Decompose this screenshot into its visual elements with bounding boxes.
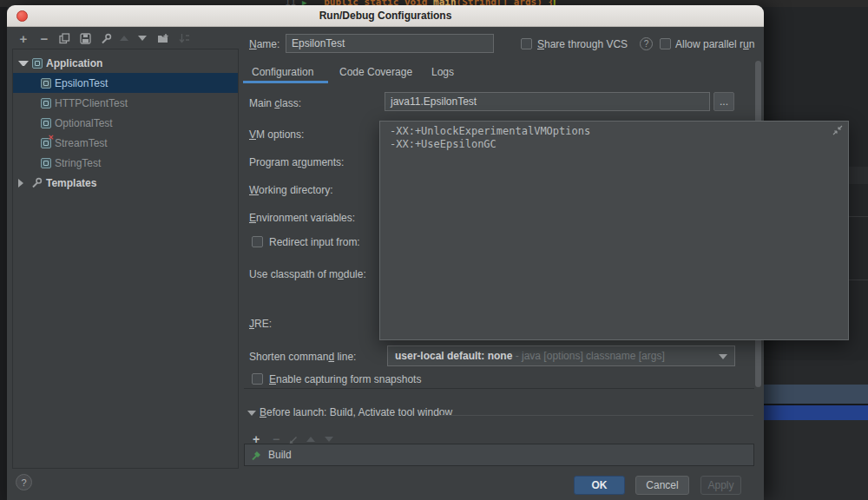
tree-group-application[interactable]: Application [13,53,238,73]
build-hammer-icon [251,449,263,461]
share-vcs-checkbox[interactable] [521,38,532,49]
ok-button[interactable]: OK [574,476,625,495]
application-icon [41,98,51,109]
application-icon [32,58,43,69]
templates-wrench-icon [31,177,43,188]
application-broken-icon: ✕ [41,138,51,148]
save-configuration-button[interactable] [77,30,93,46]
capture-snapshots-label: Enable capturing form snapshots [269,373,421,385]
background-blue-row [762,405,868,420]
shorten-command-line-dropdown[interactable]: user-local default: none - java [options… [387,345,735,366]
main-class-label: Main class: [249,97,301,109]
tree-item-httpclienttest[interactable]: HTTPClientTest [13,93,238,113]
application-icon [41,118,51,128]
capture-snapshots-checkbox[interactable] [252,373,263,385]
apply-button[interactable]: Apply [700,476,741,495]
shorten-command-line-label: Shorten command line: [249,351,356,363]
active-tab-indicator [243,81,328,83]
allow-parallel-label: Allow parallel run [675,38,754,50]
tree-item-label: OptionalTest [55,117,113,129]
name-input[interactable] [286,34,494,53]
background-bottom [762,420,868,500]
tree-group-label: Application [46,57,102,69]
collapsed-twisty-icon[interactable] [18,179,29,188]
tree-item-streamtest[interactable]: ✕ StreamTest [13,133,238,153]
vcs-help-icon[interactable]: ? [640,37,653,50]
tab-configuration[interactable]: Configuration [252,66,313,78]
before-launch-label: Before launch: Build, Activate tool wind… [260,406,452,418]
dropdown-value: user-local default: none [395,350,512,362]
before-launch-twisty-icon[interactable] [247,411,256,416]
vm-option-line: -XX:+UseEpsilonGC [390,138,590,151]
main-class-field[interactable]: java11.EpsilonTest [385,92,710,111]
tree-item-epsilontest[interactable]: EpsilonTest [13,73,238,93]
sort-configurations-button[interactable] [176,30,192,46]
task-label: Build [268,449,292,461]
add-configuration-button[interactable]: + [16,30,31,46]
screen: 11 ▶ public static void main(String[] ar… [0,0,868,500]
before-launch-separator [439,415,753,416]
application-icon [41,78,51,89]
background-row [762,360,868,385]
copy-configuration-button[interactable] [56,30,72,46]
help-button[interactable]: ? [16,474,32,490]
collapse-icon[interactable] [832,125,843,135]
tree-item-label: StringTest [55,157,101,169]
tree-group-label: Templates [46,177,96,189]
arrow-up-icon [306,437,315,442]
dialog-title: Run/Debug Configurations [7,10,764,22]
remove-configuration-button[interactable]: − [36,30,52,46]
edit-templates-button[interactable] [98,30,114,46]
configurations-tree: Application EpsilonTest HTTPClientTest O… [12,49,239,469]
error-badge-icon: ✕ [48,134,54,141]
tree-item-stringtest[interactable]: StringTest [13,153,238,173]
form-bottom-separator [244,388,754,389]
dropdown-hint: - java [options] classname [args] [512,350,664,362]
allow-parallel-checkbox[interactable] [660,38,671,49]
vm-options-text[interactable]: -XX:+UnlockExperimentalVMOptions -XX:+Us… [390,125,590,151]
expanded-twisty-icon[interactable] [18,61,29,66]
tab-code-coverage[interactable]: Code Coverage [339,66,412,78]
vm-options-label: VM options: [249,128,304,141]
program-arguments-label: Program arguments: [249,156,344,168]
background-left-strip [0,7,7,500]
tree-group-templates[interactable]: Templates [13,173,238,193]
redirect-input-label: Redirect input from: [269,236,360,248]
name-label: Name: [249,38,279,50]
browse-main-class-button[interactable]: ... [713,92,734,111]
application-icon [41,158,51,168]
tree-item-label: EpsilonTest [55,77,108,89]
share-vcs-label: Share through VCS [537,38,628,50]
environment-variables-label: Environment variables: [249,212,355,224]
copy-icon [59,33,70,44]
chevron-down-icon [719,354,727,359]
arrow-up-icon [120,36,128,41]
sort-az-icon [179,33,190,44]
dialog-titlebar: Run/Debug Configurations [7,5,764,27]
save-icon [80,33,91,44]
pencil-icon [289,435,299,444]
working-directory-label: Working directory: [249,184,332,196]
vm-option-line: -XX:+UnlockExperimentalVMOptions [390,125,590,138]
jre-label: JRE: [249,318,272,330]
tree-item-label: HTTPClientTest [55,97,128,109]
arrow-down-icon [138,36,147,41]
create-folder-button[interactable] [155,30,171,46]
move-up-button[interactable] [116,30,132,46]
before-launch-task-build[interactable]: Build [244,444,754,466]
move-down-button[interactable] [135,30,150,46]
wrench-icon [101,33,112,44]
vm-options-expanded-editor[interactable]: -XX:+UnlockExperimentalVMOptions -XX:+Us… [379,121,849,340]
tab-logs[interactable]: Logs [431,66,454,78]
new-folder-icon [157,33,169,44]
use-classpath-label: Use classpath of module: [249,268,366,280]
background-steel-row [762,385,868,404]
arrow-down-icon [325,437,333,442]
cancel-button[interactable]: Cancel [635,476,689,495]
tree-item-optionaltest[interactable]: OptionalTest [13,113,238,133]
tree-item-label: StreamTest [55,137,108,149]
redirect-input-checkbox[interactable] [252,236,263,247]
